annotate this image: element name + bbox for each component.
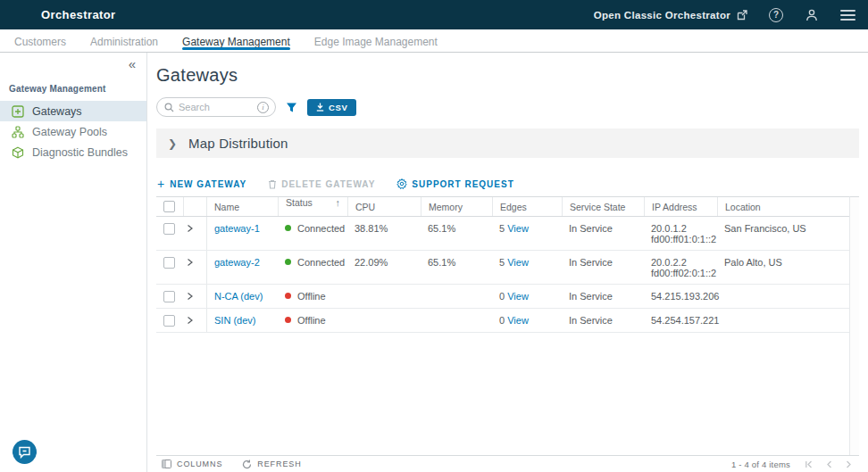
sidebar-item-label: Gateways — [32, 105, 82, 118]
support-request-button[interactable]: SUPPORT REQUEST — [396, 178, 513, 189]
search-info-icon[interactable]: i — [257, 102, 269, 113]
location-value — [717, 309, 849, 332]
ip-address-value: 20.0.1.2fd00:ff01:0:1::2 — [644, 217, 717, 250]
table-actions: + NEW GATEWAY DELETE GATEWAY SUPPORT REQ… — [157, 178, 859, 189]
support-request-label: SUPPORT REQUEST — [412, 179, 513, 189]
columns-button-label: COLUMNS — [177, 460, 222, 468]
location-value: San Francisco, US — [717, 217, 849, 250]
gateway-name-link[interactable]: N-CA (dev) — [214, 291, 263, 302]
tab-bar: Customers Administration Gateway Managem… — [0, 29, 868, 53]
user-icon[interactable] — [805, 8, 819, 22]
pagination-controls — [805, 460, 852, 468]
column-header-ip-address[interactable]: IP Address — [644, 197, 717, 216]
service-state-value: In Service — [562, 217, 644, 250]
ip-address-value: 54.215.193.206 — [644, 285, 717, 308]
expand-row-icon[interactable] — [187, 316, 199, 325]
table-row: gateway-2 Connected 22.09% 65.1% 5 View … — [156, 251, 849, 285]
gear-icon — [396, 178, 407, 189]
tab-administration[interactable]: Administration — [90, 29, 158, 52]
expand-row-icon[interactable] — [187, 292, 199, 301]
collapse-sidebar-icon[interactable]: « — [129, 58, 136, 70]
refresh-button-label: REFRESH — [257, 460, 301, 468]
table-row: SIN (dev) Offline 0 View In Service 54.2… — [156, 309, 849, 333]
menu-icon[interactable] — [840, 10, 855, 21]
edges-count: 0 — [499, 291, 505, 302]
row-checkbox[interactable] — [163, 315, 175, 327]
edges-count: 5 — [499, 257, 505, 268]
row-checkbox[interactable] — [163, 291, 175, 302]
search-input[interactable] — [179, 102, 253, 112]
topbar: Orchestrator Open Classic Orchestrator ? — [0, 0, 868, 29]
search-box: i — [156, 97, 276, 117]
service-state-value: In Service — [562, 309, 644, 332]
expand-row-icon[interactable] — [187, 224, 199, 233]
download-icon — [316, 103, 324, 112]
edges-view-link[interactable]: View — [507, 223, 529, 234]
help-icon[interactable]: ? — [769, 8, 783, 22]
sidebar-item-label: Diagnostic Bundles — [32, 146, 128, 159]
filter-icon[interactable] — [286, 102, 297, 113]
table-scrollbar[interactable] — [849, 196, 859, 455]
open-classic-orchestrator-link[interactable]: Open Classic Orchestrator — [594, 10, 747, 21]
delete-gateway-label: DELETE GATEWAY — [281, 179, 375, 189]
tab-gateway-management[interactable]: Gateway Management — [182, 29, 290, 52]
table-body: gateway-1 Connected 38.81% 65.1% 5 View … — [156, 217, 849, 455]
edges-view-link[interactable]: View — [507, 257, 529, 268]
edges-count: 0 — [499, 315, 505, 326]
cpu-value: 38.81% — [347, 217, 421, 250]
edges-count: 5 — [499, 223, 505, 234]
select-all-checkbox[interactable] — [163, 201, 175, 212]
refresh-button[interactable]: REFRESH — [242, 460, 301, 469]
chat-fab[interactable] — [13, 440, 37, 464]
status-text: Offline — [297, 291, 326, 302]
gateway-name-link[interactable]: SIN (dev) — [214, 315, 255, 326]
tab-edge-image-management[interactable]: Edge Image Management — [314, 29, 438, 52]
main-content: Gateways i CSV ❯ Map Distribution — [147, 53, 868, 472]
sidebar-section-label: Gateway Management — [0, 70, 146, 101]
sort-ascending-icon: ↑ — [329, 197, 341, 208]
tab-customers[interactable]: Customers — [14, 29, 66, 52]
new-gateway-button[interactable]: + NEW GATEWAY — [157, 179, 246, 189]
table-header-row: Name Status ↑ CPU Memory Edges Service S… — [156, 196, 849, 217]
first-page-icon[interactable] — [805, 460, 813, 468]
edges-view-link[interactable]: View — [507, 291, 529, 302]
gateway-name-link[interactable]: gateway-2 — [214, 257, 260, 268]
table-footer: COLUMNS REFRESH 1 - 4 of 4 items — [156, 455, 859, 472]
delete-gateway-button[interactable]: DELETE GATEWAY — [268, 179, 375, 189]
sidebar-item-gateways[interactable]: Gateways — [0, 101, 146, 121]
map-distribution-panel[interactable]: ❯ Map Distribution — [156, 128, 859, 158]
column-header-cpu[interactable]: CPU — [347, 197, 421, 216]
app-title: Orchestrator — [41, 8, 116, 21]
next-page-icon[interactable] — [846, 460, 852, 468]
expand-column-header — [183, 197, 206, 216]
sidebar-item-diagnostic-bundles[interactable]: Diagnostic Bundles — [0, 142, 146, 162]
status-text: Connected — [297, 257, 345, 268]
table-row: N-CA (dev) Offline 0 View In Service 54.… — [156, 285, 849, 309]
column-header-status[interactable]: Status ↑ — [278, 197, 347, 216]
column-header-memory[interactable]: Memory — [421, 197, 492, 216]
sidebar: « Gateway Management Gateways Gateway Po… — [0, 53, 147, 472]
column-header-edges[interactable]: Edges — [492, 197, 562, 216]
cpu-value — [347, 285, 421, 308]
map-distribution-title: Map Distribution — [188, 136, 288, 151]
previous-page-icon[interactable] — [826, 460, 832, 468]
columns-button[interactable]: COLUMNS — [162, 460, 222, 468]
service-state-value: In Service — [562, 285, 644, 308]
gateways-icon — [12, 105, 24, 118]
column-header-service-state[interactable]: Service State — [562, 197, 644, 216]
edges-view-link[interactable]: View — [507, 315, 529, 326]
expand-row-icon[interactable] — [187, 258, 199, 267]
pagination-range: 1 - 4 of 4 items — [731, 460, 790, 469]
row-checkbox[interactable] — [163, 257, 175, 269]
service-state-value: In Service — [562, 251, 644, 284]
sidebar-item-label: Gateway Pools — [32, 126, 107, 138]
open-classic-orchestrator-label: Open Classic Orchestrator — [594, 10, 730, 21]
column-header-name[interactable]: Name — [206, 197, 278, 216]
memory-value: 65.1% — [421, 251, 492, 284]
gateway-name-link[interactable]: gateway-1 — [214, 223, 260, 234]
column-header-location[interactable]: Location — [717, 197, 849, 216]
page-title: Gateways — [156, 65, 859, 86]
csv-export-button[interactable]: CSV — [307, 99, 356, 116]
sidebar-item-gateway-pools[interactable]: Gateway Pools — [0, 121, 146, 142]
row-checkbox[interactable] — [163, 223, 175, 235]
